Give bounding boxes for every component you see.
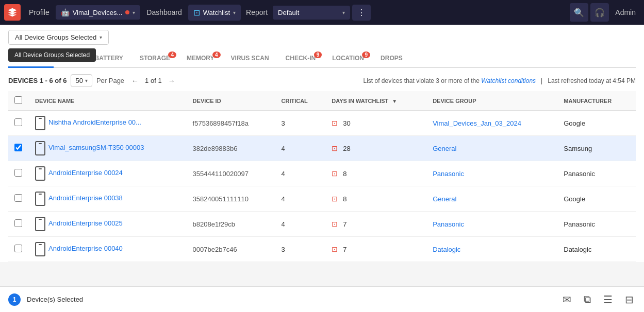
device-groups-row: All Device Groups Selected ▾ All Device … bbox=[8, 30, 636, 45]
monitor-small-icon: ⊡ bbox=[332, 220, 338, 228]
device-group-link[interactable]: General bbox=[433, 145, 456, 152]
col-header-manufacturer: MANUFACTURER bbox=[557, 91, 636, 111]
sort-arrow-icon: ▼ bbox=[392, 98, 397, 104]
days-cell: ⊡8 bbox=[325, 186, 426, 212]
device-group-link[interactable]: Datalogic bbox=[433, 246, 460, 253]
monitor-small-icon: ⊡ bbox=[332, 119, 338, 127]
table-controls: DEVICES 1 - 6 of 6 50 ▾ Per Page ← 1 of … bbox=[8, 68, 636, 91]
monitor-small-icon: ⊡ bbox=[332, 245, 338, 253]
device-name-link[interactable]: AndroidEnterprise 00040 bbox=[48, 245, 123, 252]
tab-location[interactable]: LOCATION9 bbox=[324, 49, 372, 67]
device-group-link[interactable]: Panasonic bbox=[433, 170, 464, 178]
refresh-info: List of devices that violate 3 or more o… bbox=[363, 77, 636, 84]
device-name-link[interactable]: Nishtha AndroidEnterprise 00... bbox=[48, 118, 141, 126]
watchlist-conditions-link[interactable]: Watchlist conditions bbox=[481, 77, 536, 84]
device-group-link[interactable]: Vimal_Devices_Jan_03_2024 bbox=[433, 119, 521, 127]
nav-dashboard-label[interactable]: Dashboard bbox=[142, 6, 186, 19]
nav-more-options-button[interactable]: ⋮ bbox=[352, 5, 371, 21]
device-icon bbox=[35, 242, 45, 256]
row-checkbox-2[interactable] bbox=[14, 144, 22, 151]
device-id-cell: 0007be2b7c46 bbox=[187, 237, 275, 262]
manufacturer-cell: Datalogic bbox=[557, 237, 636, 262]
row-checkbox-3[interactable] bbox=[14, 169, 22, 177]
nav-default-button[interactable]: Default ▾ bbox=[273, 6, 350, 20]
days-cell: ⊡7 bbox=[325, 237, 426, 262]
col-header-device-name: DEVICE NAME bbox=[29, 91, 187, 111]
table-row: AndroidEnterprise 000400007be2b7c463⊡7Da… bbox=[8, 237, 636, 262]
tab-badge-check_in: 9 bbox=[314, 51, 322, 58]
col-header-critical: CRITICAL bbox=[275, 91, 326, 111]
row-checkbox-1[interactable] bbox=[14, 118, 22, 126]
per-page-dropdown[interactable]: 50 ▾ bbox=[71, 74, 92, 87]
next-page-button[interactable]: → bbox=[165, 76, 178, 86]
manufacturer-cell: Panasonic bbox=[557, 212, 636, 237]
device-name-link[interactable]: AndroidEnterprise 00025 bbox=[48, 219, 123, 227]
critical-cell: 4 bbox=[275, 212, 326, 237]
nav-watchlist-button[interactable]: ⊡ Watchlist ▾ bbox=[188, 5, 241, 21]
device-label: Vimal_Devices... bbox=[73, 9, 123, 16]
tab-storage[interactable]: STORAGE4 bbox=[131, 49, 178, 67]
critical-cell: 4 bbox=[275, 186, 326, 212]
tab-check_in[interactable]: CHECK-IN9 bbox=[277, 49, 324, 67]
device-groups-label: All Device Groups Selected bbox=[15, 33, 96, 41]
headset-icon: 🎧 bbox=[595, 8, 605, 18]
nav-report-label[interactable]: Report bbox=[243, 6, 271, 19]
device-group-link[interactable]: Panasonic bbox=[433, 220, 464, 228]
device-icon bbox=[35, 166, 45, 181]
table-body: Nishtha AndroidEnterprise 00...f57536898… bbox=[8, 111, 636, 262]
tab-drops[interactable]: DROPS bbox=[372, 49, 411, 67]
select-all-checkbox[interactable] bbox=[14, 96, 22, 104]
device-groups-dropdown[interactable]: All Device Groups Selected ▾ bbox=[8, 30, 109, 45]
device-icon bbox=[35, 192, 45, 206]
tabs-row: CRITICALDATABATTERYSTORAGE4MEMORY4VIRUS … bbox=[8, 49, 636, 68]
chevron-down-icon-2: ▾ bbox=[233, 10, 236, 15]
devices-count: DEVICES 1 - 6 of 6 bbox=[8, 77, 67, 84]
critical-cell: 4 bbox=[275, 161, 326, 186]
per-page-label: Per Page bbox=[96, 77, 124, 84]
device-group-cell: General bbox=[426, 136, 557, 161]
nav-search-button[interactable]: 🔍 bbox=[570, 3, 588, 22]
tab-badge-storage: 4 bbox=[168, 51, 176, 58]
nav-support-button[interactable]: 🎧 bbox=[590, 3, 609, 22]
device-id-cell: 358240051111110 bbox=[187, 186, 275, 212]
device-name-link[interactable]: AndroidEnterprise 00038 bbox=[48, 194, 123, 202]
row-checkbox-6[interactable] bbox=[14, 245, 22, 252]
device-icon bbox=[35, 116, 45, 130]
device-group-cell: Panasonic bbox=[426, 212, 557, 237]
device-status-dot bbox=[125, 10, 129, 14]
device-name-link[interactable]: AndroidEnterprise 00024 bbox=[48, 169, 123, 177]
watchlist-icon: ⊡ bbox=[193, 8, 200, 18]
col-header-days[interactable]: DAYS IN WATCHLIST ▼ bbox=[325, 91, 426, 111]
device-group-link[interactable]: General bbox=[433, 195, 456, 203]
tab-memory[interactable]: MEMORY4 bbox=[178, 49, 223, 67]
critical-cell: 4 bbox=[275, 136, 326, 161]
device-id-cell: 355444110020097 bbox=[187, 161, 275, 186]
device-name-link[interactable]: Vimal_samsungSM-T350 00003 bbox=[48, 144, 144, 151]
prev-page-button[interactable]: ← bbox=[128, 76, 142, 86]
table-row: Vimal_samsungSM-T350 00003382de89883b64⊡… bbox=[8, 136, 636, 161]
nav-profile-label[interactable]: Profile bbox=[25, 6, 54, 19]
nav-admin-label[interactable]: Admin bbox=[611, 6, 640, 19]
col-header-device-group: DEVICE GROUP bbox=[426, 91, 557, 111]
nav-device-button[interactable]: 🤖 Vimal_Devices... ▾ bbox=[56, 5, 141, 20]
android-icon: 🤖 bbox=[61, 8, 70, 16]
manufacturer-cell: Samsung bbox=[557, 136, 636, 161]
critical-cell: 3 bbox=[275, 111, 326, 136]
top-navigation: Profile 🤖 Vimal_Devices... ▾ Dashboard ⊡… bbox=[0, 0, 644, 25]
days-cell: ⊡28 bbox=[325, 136, 426, 161]
row-checkbox-4[interactable] bbox=[14, 194, 22, 202]
table-row: AndroidEnterprise 00025b8208e1f29cb4⊡7Pa… bbox=[8, 212, 636, 237]
monitor-small-icon: ⊡ bbox=[332, 144, 338, 152]
table-row: AndroidEnterprise 000243554441100200974⊡… bbox=[8, 161, 636, 186]
table-header: DEVICE NAME DEVICE ID CRITICAL DAYS IN W… bbox=[8, 91, 636, 111]
per-page-chevron: ▾ bbox=[85, 78, 88, 83]
manufacturer-cell: Panasonic bbox=[557, 161, 636, 186]
tab-badge-location: 9 bbox=[362, 51, 370, 58]
tab-virus_scan[interactable]: VIRUS SCAN bbox=[223, 49, 277, 67]
default-label: Default bbox=[278, 9, 299, 16]
col-header-device-id: DEVICE ID bbox=[187, 91, 275, 111]
last-refreshed: Last refreshed today at 4:54 PM bbox=[548, 77, 636, 84]
row-checkbox-5[interactable] bbox=[14, 219, 22, 227]
watchlist-label: Watchlist bbox=[203, 9, 230, 16]
chevron-down-icon-3: ▾ bbox=[342, 10, 345, 15]
